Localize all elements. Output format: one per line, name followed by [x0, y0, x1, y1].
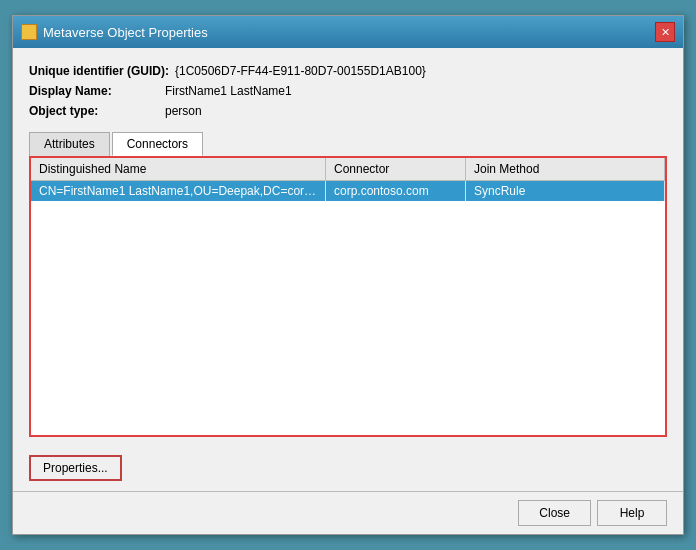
close-icon[interactable]: ✕ — [655, 22, 675, 42]
tabs: Attributes Connectors — [29, 132, 667, 156]
object-type-label: Object type: — [29, 102, 159, 120]
col-header-dn: Distinguished Name — [31, 158, 326, 180]
cell-join-method: SyncRule — [466, 181, 665, 201]
info-section: Unique identifier (GUID): {1C0506D7-FF44… — [29, 62, 667, 122]
tab-attributes[interactable]: Attributes — [29, 132, 110, 156]
cell-dn: CN=FirstName1 LastName1,OU=Deepak,DC=cor… — [31, 181, 326, 201]
title-bar: Metaverse Object Properties ✕ — [13, 16, 683, 48]
footer: Close Help — [13, 491, 683, 534]
table-header: Distinguished Name Connector Join Method — [31, 158, 665, 181]
connectors-table: Distinguished Name Connector Join Method… — [29, 156, 667, 437]
window-icon — [21, 24, 37, 40]
cell-connector: corp.contoso.com — [326, 181, 466, 201]
col-header-join-method: Join Method — [466, 158, 665, 180]
object-type-row: Object type: person — [29, 102, 667, 120]
object-type-value: person — [165, 102, 202, 120]
title-buttons: ✕ — [655, 22, 675, 42]
guid-row: Unique identifier (GUID): {1C0506D7-FF44… — [29, 62, 667, 80]
display-name-value: FirstName1 LastName1 — [165, 82, 292, 100]
help-button[interactable]: Help — [597, 500, 667, 526]
guid-label: Unique identifier (GUID): — [29, 62, 169, 80]
display-name-label: Display Name: — [29, 82, 159, 100]
properties-button[interactable]: Properties... — [29, 455, 122, 481]
content-area: Unique identifier (GUID): {1C0506D7-FF44… — [13, 48, 683, 491]
window-title: Metaverse Object Properties — [43, 25, 208, 40]
tab-connectors[interactable]: Connectors — [112, 132, 203, 156]
col-header-connector: Connector — [326, 158, 466, 180]
guid-value: {1C0506D7-FF44-E911-80D7-00155D1AB100} — [175, 62, 426, 80]
display-name-row: Display Name: FirstName1 LastName1 — [29, 82, 667, 100]
bottom-bar: Properties... — [29, 449, 667, 481]
close-button[interactable]: Close — [518, 500, 591, 526]
main-window: Metaverse Object Properties ✕ Unique ide… — [12, 15, 684, 535]
table-row[interactable]: CN=FirstName1 LastName1,OU=Deepak,DC=cor… — [31, 181, 665, 201]
table-body: CN=FirstName1 LastName1,OU=Deepak,DC=cor… — [31, 181, 665, 430]
